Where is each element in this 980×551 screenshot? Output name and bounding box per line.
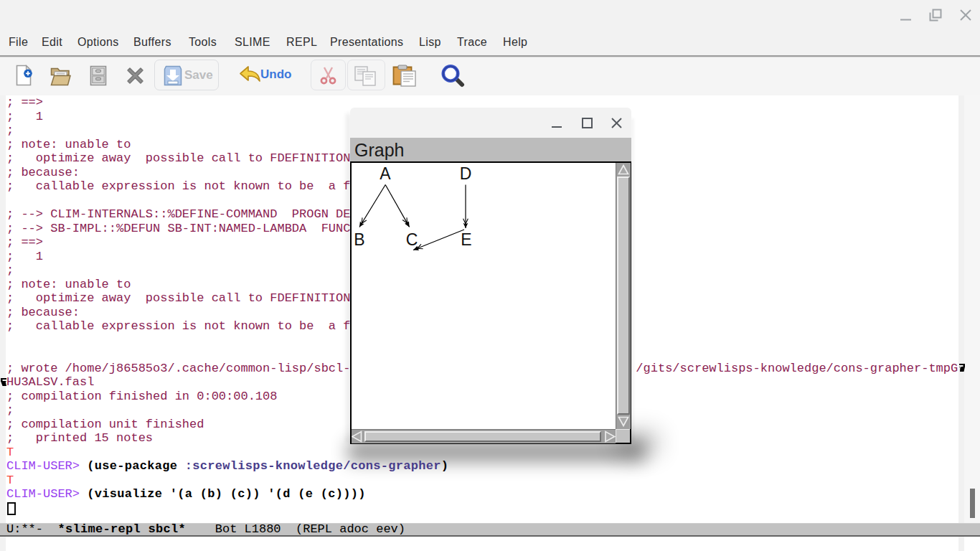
svg-text:B: B — [354, 230, 364, 249]
svg-text:A: A — [380, 164, 391, 183]
svg-text:E: E — [461, 230, 471, 249]
svg-text:C: C — [406, 230, 418, 249]
svg-text:D: D — [460, 164, 472, 183]
